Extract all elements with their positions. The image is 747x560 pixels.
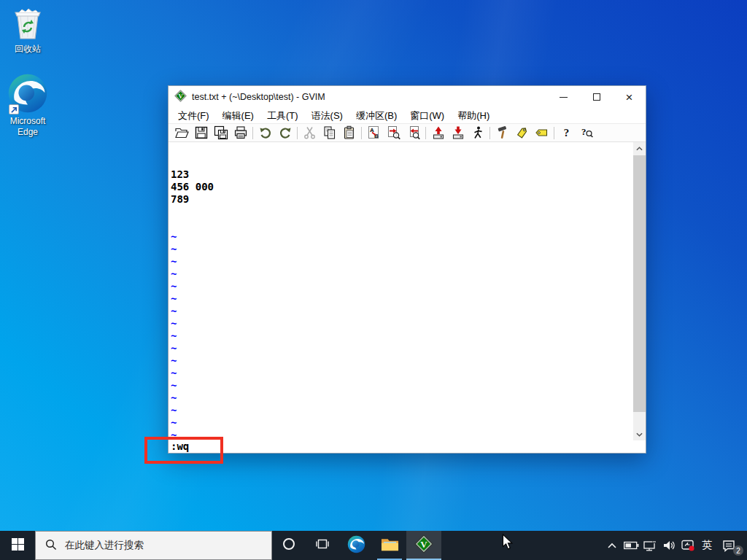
menu-item[interactable]: 编辑(E) bbox=[216, 109, 260, 122]
menu-item[interactable]: 文件(F) bbox=[171, 109, 216, 122]
toolbar-separator bbox=[489, 127, 490, 139]
find-prev-icon[interactable] bbox=[403, 125, 423, 141]
tilde-marker: ~ bbox=[171, 379, 220, 392]
find-next-icon[interactable] bbox=[384, 125, 403, 141]
command-line[interactable]: :wq bbox=[169, 440, 646, 453]
scrollbar-thumb[interactable] bbox=[633, 155, 646, 412]
file-explorer-icon bbox=[381, 537, 399, 555]
notification-center-button[interactable]: 2 bbox=[716, 531, 741, 560]
cortana-icon bbox=[282, 537, 295, 553]
desktop-wallpaper: 回收站 Microsoft Edge bbox=[0, 0, 747, 560]
input-method-indicator[interactable]: 英 bbox=[697, 531, 716, 560]
taskbar-edge-button[interactable] bbox=[339, 531, 373, 560]
screen-record-icon[interactable] bbox=[678, 531, 697, 560]
taskbar-file-explorer-button[interactable] bbox=[373, 531, 406, 560]
mouse-cursor-icon bbox=[502, 534, 514, 553]
tilde-marker: ~ bbox=[171, 230, 220, 243]
menu-item[interactable]: 语法(S) bbox=[305, 109, 349, 122]
tilde-marker: ~ bbox=[171, 317, 220, 330]
make-icon[interactable] bbox=[492, 125, 512, 141]
tilde-marker: ~ bbox=[171, 367, 220, 379]
redo-icon[interactable] bbox=[275, 125, 295, 141]
save-icon[interactable] bbox=[191, 125, 211, 141]
load-session-icon[interactable] bbox=[428, 125, 448, 141]
start-button[interactable] bbox=[0, 531, 35, 560]
desktop-icon-recycle-bin[interactable]: 回收站 bbox=[1, 5, 54, 55]
svg-text:B: B bbox=[374, 133, 379, 139]
tilde-marker: ~ bbox=[171, 280, 220, 292]
task-view-button[interactable] bbox=[306, 531, 339, 560]
print-icon[interactable] bbox=[231, 125, 250, 141]
taskbar-gvim-button[interactable]: V bbox=[406, 531, 441, 560]
minimize-button[interactable] bbox=[547, 86, 580, 108]
gvim-text-area[interactable]: 123456 000789 ~~~~~~~~~~~~~~~~~~~~~ bbox=[169, 142, 646, 440]
menu-item[interactable]: 窗口(W) bbox=[403, 109, 451, 122]
battery-icon[interactable] bbox=[622, 531, 640, 560]
menu-item[interactable]: 帮助(H) bbox=[451, 109, 496, 122]
buffer-lines: 123456 000789 bbox=[171, 168, 220, 206]
scrollbar-down-arrow-icon[interactable] bbox=[633, 428, 646, 440]
paste-icon[interactable] bbox=[339, 125, 359, 141]
gvim-menubar: 文件(F)编辑(E)工具(T)语法(S)缓冲区(B)窗口(W)帮助(H) bbox=[169, 108, 646, 124]
tilde-marker: ~ bbox=[171, 268, 220, 280]
minimize-icon bbox=[560, 97, 568, 98]
show-hidden-icons-button[interactable] bbox=[603, 531, 622, 560]
desktop-icon-microsoft-edge[interactable]: Microsoft Edge bbox=[1, 73, 54, 138]
gvim-titlebar[interactable]: V test.txt + (~\Desktop\test) - GVIM × bbox=[169, 86, 646, 108]
tilde-marker: ~ bbox=[171, 255, 220, 268]
edge-label: Microsoft Edge bbox=[1, 116, 54, 138]
tilde-marker: ~ bbox=[171, 342, 220, 354]
save-session-icon[interactable] bbox=[448, 125, 468, 141]
save-all-icon[interactable] bbox=[211, 125, 231, 141]
toolbar-separator bbox=[252, 127, 253, 139]
svg-text:V: V bbox=[178, 92, 183, 99]
maximize-icon bbox=[593, 93, 600, 101]
help-icon[interactable]: ? bbox=[557, 125, 576, 141]
empty-buffer-markers: ~~~~~~~~~~~~~~~~~~~~~ bbox=[171, 230, 220, 440]
vertical-scrollbar[interactable] bbox=[633, 142, 646, 440]
undo-icon[interactable] bbox=[255, 125, 275, 141]
find-replace-icon[interactable]: AB bbox=[364, 125, 384, 141]
find-help-icon[interactable]: ? bbox=[576, 125, 596, 141]
edge-logo-icon bbox=[1, 73, 54, 114]
gvim-toolbar: AB ? ? bbox=[169, 124, 646, 142]
build-tags-icon[interactable] bbox=[512, 125, 532, 141]
window-title: test.txt + (~\Desktop\test) - GVIM bbox=[192, 92, 325, 102]
search-icon bbox=[45, 539, 57, 553]
search-placeholder: 在此键入进行搜索 bbox=[65, 539, 144, 552]
tilde-marker: ~ bbox=[171, 354, 220, 367]
red-annotation-rectangle bbox=[144, 437, 223, 464]
toolbar-separator bbox=[554, 127, 554, 139]
copy-icon[interactable] bbox=[320, 125, 339, 141]
tilde-marker: ~ bbox=[171, 404, 220, 416]
volume-icon[interactable] bbox=[659, 531, 678, 560]
tilde-marker: ~ bbox=[171, 243, 220, 255]
close-button[interactable]: × bbox=[613, 86, 646, 108]
menu-item[interactable]: 工具(T) bbox=[260, 109, 305, 122]
tilde-marker: ~ bbox=[171, 330, 220, 342]
buffer-line: 789 bbox=[171, 193, 220, 206]
buffer-line: 456 000 bbox=[171, 181, 220, 193]
edge-icon bbox=[347, 535, 365, 556]
toolbar-separator bbox=[361, 127, 362, 139]
svg-text:V: V bbox=[420, 539, 427, 550]
recycle-bin-icon bbox=[1, 5, 54, 42]
scrollbar-up-arrow-icon[interactable] bbox=[633, 142, 646, 155]
vim-icon: V bbox=[414, 534, 433, 556]
run-script-icon[interactable] bbox=[468, 125, 487, 141]
cut-icon[interactable] bbox=[300, 125, 320, 141]
cortana-button[interactable] bbox=[272, 531, 306, 560]
windows-logo-icon bbox=[12, 538, 24, 553]
close-icon: × bbox=[626, 91, 633, 104]
vim-logo-icon: V bbox=[174, 90, 187, 105]
taskbar: 在此键入进行搜索 V bbox=[0, 531, 747, 560]
taskbar-search-box[interactable]: 在此键入进行搜索 bbox=[35, 531, 272, 560]
network-icon[interactable] bbox=[640, 531, 659, 560]
notification-badge: 2 bbox=[733, 545, 743, 556]
jump-to-tag-icon[interactable] bbox=[532, 125, 551, 141]
toolbar-separator bbox=[425, 127, 426, 139]
menu-item[interactable]: 缓冲区(B) bbox=[349, 109, 403, 122]
task-view-icon bbox=[316, 538, 329, 553]
open-icon[interactable] bbox=[171, 125, 191, 141]
maximize-button[interactable] bbox=[580, 86, 613, 108]
